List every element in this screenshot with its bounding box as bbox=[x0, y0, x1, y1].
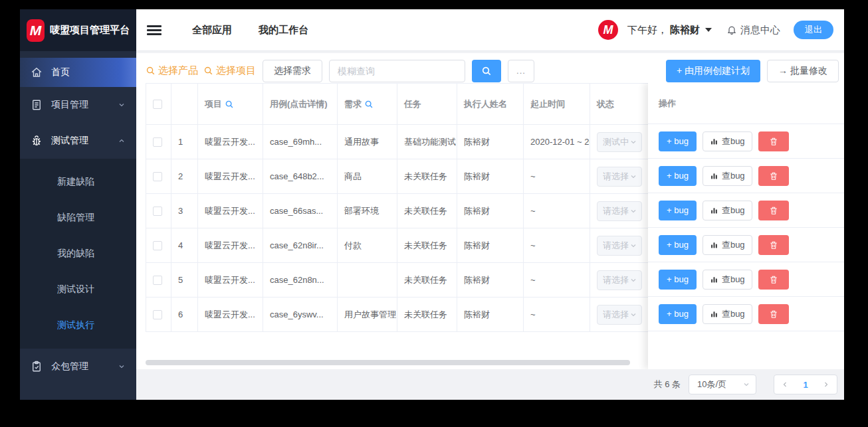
delete-button[interactable] bbox=[758, 201, 789, 220]
select-all-checkbox[interactable] bbox=[153, 100, 162, 109]
add-bug-button[interactable]: + bug bbox=[659, 235, 697, 255]
status-select[interactable]: 请选择 bbox=[597, 167, 642, 187]
collapse-menu-icon[interactable] bbox=[147, 23, 163, 37]
view-bug-button[interactable]: 查bug bbox=[703, 131, 752, 151]
chevron-down-icon bbox=[118, 363, 126, 371]
create-plan-from-case-button[interactable]: + 由用例创建计划 bbox=[666, 60, 760, 82]
sidebar-item-test-mgmt[interactable]: 测试管理 bbox=[20, 123, 136, 159]
operations-fixed-column: 操作 + bug查bug+ bug查bug+ bug查bug+ bug查bug+… bbox=[648, 83, 844, 369]
view-bug-button[interactable]: 查bug bbox=[703, 270, 752, 290]
prev-page-button[interactable] bbox=[774, 375, 796, 394]
test-mgmt-submenu: 新建缺陷 缺陷管理 我的缺陷 测试设计 测试执行 bbox=[20, 159, 136, 349]
row-checkbox[interactable] bbox=[153, 310, 162, 319]
row-checkbox[interactable] bbox=[153, 276, 162, 285]
view-bug-button[interactable]: 查bug bbox=[703, 304, 752, 324]
view-bug-label: 查bug bbox=[722, 239, 745, 251]
search-icon[interactable] bbox=[225, 100, 234, 109]
chevron-down-icon bbox=[629, 138, 637, 146]
status-select[interactable]: 请选择 bbox=[597, 201, 642, 221]
current-page-button[interactable]: 1 bbox=[796, 380, 815, 390]
cell-case[interactable]: case_69mh... bbox=[263, 125, 338, 159]
add-bug-button[interactable]: + bug bbox=[659, 304, 697, 324]
search-icon[interactable] bbox=[364, 100, 374, 109]
nav-my-workbench[interactable]: 我的工作台 bbox=[259, 24, 308, 37]
add-bug-button[interactable]: + bug bbox=[659, 201, 697, 220]
cell-case[interactable]: case_648b2... bbox=[263, 159, 338, 194]
cell-dates: ~ bbox=[524, 298, 590, 332]
add-bug-button[interactable]: + bug bbox=[659, 131, 697, 151]
sidebar-item-defect-mgmt[interactable]: 缺陷管理 bbox=[20, 200, 136, 236]
cell-requirement: 付款 bbox=[338, 228, 397, 263]
app-title: 唛盟项目管理平台 bbox=[50, 24, 130, 37]
fuzzy-search-input[interactable] bbox=[329, 60, 465, 82]
add-bug-button[interactable]: + bug bbox=[659, 270, 697, 290]
horizontal-scrollbar[interactable] bbox=[146, 360, 630, 365]
select-project-link[interactable]: 选择项目 bbox=[203, 64, 256, 77]
next-page-button[interactable] bbox=[815, 375, 837, 394]
cell-case[interactable]: case_62n8n... bbox=[263, 263, 338, 298]
status-select[interactable]: 请选择 bbox=[597, 270, 642, 290]
cell-task: 未关联任务 bbox=[397, 159, 457, 194]
select-product-link[interactable]: 选择产品 bbox=[146, 64, 198, 77]
more-filters-button[interactable]: ... bbox=[508, 60, 534, 82]
delete-button[interactable] bbox=[758, 131, 789, 151]
view-bug-label: 查bug bbox=[722, 170, 745, 182]
sidebar-item-label: 项目管理 bbox=[51, 99, 88, 111]
bar-chart-icon bbox=[710, 240, 718, 249]
status-value: 请选择 bbox=[603, 205, 629, 217]
status-select[interactable]: 请选择 bbox=[597, 236, 642, 256]
search-icon bbox=[203, 66, 213, 76]
sidebar-item-test-execution[interactable]: 测试执行 bbox=[20, 307, 136, 343]
delete-button[interactable] bbox=[758, 270, 789, 290]
sidebar-item-crowd-mgmt[interactable]: 众包管理 bbox=[20, 349, 136, 384]
table-row: 3唛盟云开发...case_66sas...部署环境未关联任务陈裕财~请选择 bbox=[146, 194, 677, 228]
delete-button[interactable] bbox=[758, 166, 789, 186]
user-avatar[interactable]: M bbox=[598, 20, 618, 40]
view-bug-button[interactable]: 查bug bbox=[703, 166, 752, 186]
row-checkbox[interactable] bbox=[153, 207, 162, 216]
sidebar-menu: 首页 项目管理 测试管理 新建缺陷 bbox=[20, 51, 136, 384]
bar-chart-icon bbox=[710, 171, 718, 180]
cell-case[interactable]: case_66sas... bbox=[263, 194, 338, 228]
row-checkbox[interactable] bbox=[153, 241, 162, 250]
sidebar-item-test-design[interactable]: 测试设计 bbox=[20, 272, 136, 307]
nav-all-apps[interactable]: 全部应用 bbox=[192, 24, 232, 37]
column-header: 起止时间 bbox=[524, 84, 590, 125]
page-size-select[interactable]: 10条/页 bbox=[689, 375, 756, 394]
sidebar-item-my-defects[interactable]: 我的缺陷 bbox=[20, 236, 136, 272]
row-checkbox[interactable] bbox=[153, 137, 162, 147]
chevron-down-icon bbox=[629, 173, 637, 181]
top-nav: 全部应用 我的工作台 bbox=[192, 24, 308, 37]
select-requirement-button[interactable]: 选择需求 bbox=[263, 60, 322, 82]
message-center-label: 消息中心 bbox=[740, 24, 780, 37]
home-icon bbox=[31, 66, 43, 78]
sidebar-item-new-defect[interactable]: 新建缺陷 bbox=[20, 164, 136, 200]
cell-case[interactable]: case_6yswv... bbox=[263, 298, 338, 332]
sidebar: M 唛盟项目管理平台 首页 项目管理 bbox=[20, 9, 136, 400]
table-row: 1唛盟云开发...case_69mh...通用故事基础功能测试陈裕财2020-1… bbox=[146, 125, 677, 159]
sidebar-item-home[interactable]: 首页 bbox=[20, 58, 136, 87]
cell-case[interactable]: case_62n8ir... bbox=[263, 228, 338, 263]
column-header-label: 执行人姓名 bbox=[464, 98, 507, 110]
pager: 1 bbox=[774, 375, 837, 394]
sidebar-item-project-mgmt[interactable]: 项目管理 bbox=[20, 87, 136, 123]
app-window: M 唛盟项目管理平台 首页 项目管理 bbox=[20, 9, 844, 400]
logout-button[interactable]: 退出 bbox=[794, 21, 833, 39]
status-select[interactable]: 测试中 bbox=[597, 132, 642, 152]
trash-icon bbox=[769, 240, 778, 250]
view-bug-button[interactable]: 查bug bbox=[703, 201, 752, 220]
search-button[interactable] bbox=[472, 60, 501, 82]
delete-button[interactable] bbox=[758, 304, 789, 324]
status-select[interactable]: 请选择 bbox=[597, 305, 642, 325]
row-checkbox[interactable] bbox=[153, 172, 162, 181]
view-bug-button[interactable]: 查bug bbox=[703, 235, 752, 255]
message-center[interactable]: 消息中心 bbox=[726, 24, 780, 37]
column-header: 需求 bbox=[338, 84, 397, 125]
user-greeting[interactable]: 下午好，陈裕财 bbox=[627, 24, 712, 37]
cell-dates: ~ bbox=[524, 194, 590, 228]
delete-button[interactable] bbox=[758, 235, 789, 255]
cell-requirement: 通用故事 bbox=[338, 125, 397, 159]
table-row: 5唛盟云开发...case_62n8n...未关联任务陈裕财~请选择 bbox=[146, 263, 677, 298]
batch-edit-button[interactable]: → 批量修改 bbox=[767, 60, 839, 82]
add-bug-button[interactable]: + bug bbox=[659, 166, 697, 186]
